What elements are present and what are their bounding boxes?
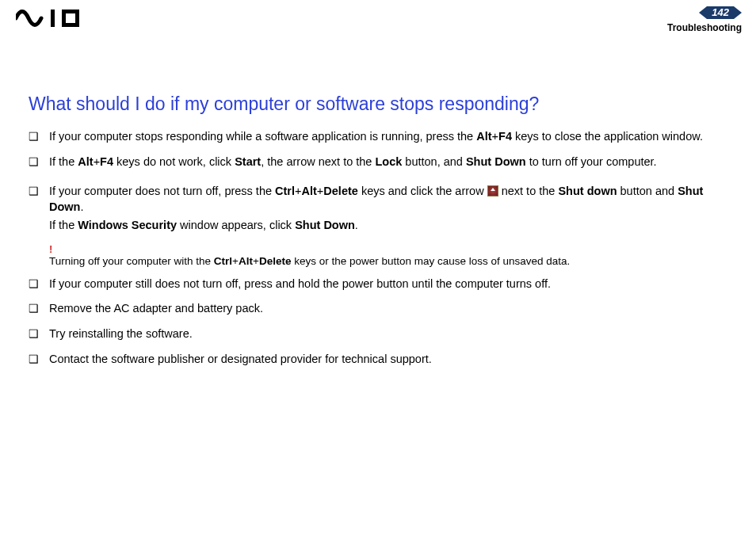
text: Contact the software publisher or design… (49, 353, 432, 365)
text: + (492, 130, 498, 143)
key-delete: Delete (259, 255, 292, 267)
text: button and (617, 185, 678, 197)
text: . (355, 219, 358, 231)
text: If your computer still does not turn off… (49, 277, 551, 290)
prev-page-arrow-icon[interactable] (699, 6, 707, 19)
list-item: Remove the AC adapter and battery pack. (29, 301, 727, 317)
key-alt: Alt (302, 185, 317, 197)
bullet-list: If your computer stops responding while … (29, 129, 727, 234)
text: If your computer stops responding while … (49, 130, 476, 143)
key-ctrl: Ctrl (214, 255, 232, 267)
vaio-logo (16, 8, 103, 32)
key-alt: Alt (476, 130, 491, 143)
key-alt: Alt (78, 155, 93, 168)
text: If the Windows Security window appears, … (49, 218, 727, 234)
text: If the (49, 219, 78, 231)
list-item: If your computer does not turn off, pres… (29, 184, 727, 234)
windows-security-label: Windows Security (78, 219, 177, 231)
text: window appears, click (177, 219, 295, 231)
text: If your computer does not turn off, pres… (49, 185, 275, 197)
list-item: If your computer stops responding while … (29, 129, 727, 145)
page-title: What should I do if my computer or softw… (29, 93, 727, 115)
text: keys to close the application window. (512, 130, 703, 143)
text: + (94, 155, 100, 168)
text: + (295, 185, 301, 197)
lock-label: Lock (375, 155, 402, 168)
start-label: Start (235, 155, 261, 168)
shutdown-label: Shut Down (466, 155, 526, 168)
text: Turning off your computer with the (49, 255, 214, 267)
list-item: If the Alt+F4 keys do not work, click St… (29, 154, 727, 170)
page-content: What should I do if my computer or softw… (0, 38, 756, 367)
key-f4: F4 (100, 155, 113, 168)
text: + (253, 255, 259, 267)
text: keys do not work, click (113, 155, 235, 168)
warning-text: Turning off your computer with the Ctrl+… (49, 255, 570, 267)
text: If the (49, 155, 78, 168)
text: button, and (402, 155, 466, 168)
bullet-list: If your computer still does not turn off… (29, 277, 727, 367)
page-header: 142 Troubleshooting (0, 0, 756, 38)
text: + (232, 255, 239, 267)
text: keys or the power button may cause loss … (291, 255, 570, 267)
list-item: If your computer still does not turn off… (29, 277, 727, 292)
text: , the arrow next to the (261, 155, 375, 168)
shutdown-label: Shut down (558, 185, 617, 197)
shutdown-label: Shut Down (295, 219, 355, 231)
list-item: Contact the software publisher or design… (29, 352, 727, 368)
text: . (80, 200, 83, 213)
text: next to the (498, 185, 559, 197)
key-ctrl: Ctrl (275, 185, 295, 197)
text: Remove the AC adapter and battery pack. (49, 302, 263, 315)
next-page-arrow-icon[interactable] (734, 6, 742, 19)
section-label: Troubleshooting (667, 22, 742, 33)
text: Try reinstalling the software. (49, 327, 193, 340)
text: keys and click the arrow (358, 185, 487, 197)
page-number: 142 (707, 6, 734, 19)
svg-rect-0 (51, 10, 55, 27)
list-item: Try reinstalling the software. (29, 326, 727, 342)
page-number-badge[interactable]: 142 (699, 6, 742, 19)
shutdown-arrow-icon (487, 185, 498, 196)
text: to turn off your computer. (526, 155, 657, 168)
warning-icon: ! (49, 243, 727, 255)
key-delete: Delete (323, 185, 358, 197)
key-alt: Alt (239, 255, 253, 267)
warning-note: ! Turning off your computer with the Ctr… (49, 243, 727, 267)
key-f4: F4 (498, 130, 512, 143)
